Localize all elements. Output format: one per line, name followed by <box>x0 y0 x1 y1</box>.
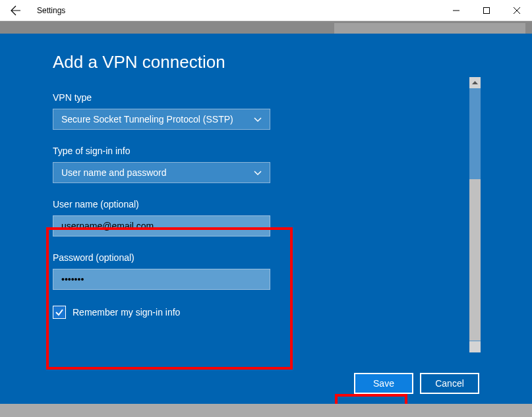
username-label: User name (optional) <box>53 199 479 209</box>
password-label: Password (optional) <box>53 252 479 263</box>
signin-type-group: Type of sign-in info User name and passw… <box>53 146 479 183</box>
svg-rect-1 <box>484 7 490 13</box>
cancel-button[interactable]: Cancel <box>420 373 479 394</box>
minimize-icon <box>453 7 459 14</box>
bottom-strip <box>0 404 532 417</box>
vpn-type-label: VPN type <box>53 92 479 103</box>
titlebar: Settings <box>0 0 532 21</box>
signin-type-dropdown[interactable]: User name and password <box>53 162 270 183</box>
vpn-modal: Add a VPN connection VPN type Secure Soc… <box>0 34 532 404</box>
chevron-down-icon <box>254 115 262 123</box>
scrollbar[interactable] <box>469 77 481 352</box>
username-group: User name (optional) username@email.com <box>53 199 479 236</box>
remember-checkbox[interactable] <box>53 306 66 319</box>
scroll-down-icon <box>471 343 479 350</box>
window-title: Settings <box>32 6 441 15</box>
vpn-type-group: VPN type Secure Socket Tunneling Protoco… <box>53 92 479 130</box>
scrollbar-thumb[interactable] <box>469 179 481 341</box>
back-button[interactable] <box>0 0 32 21</box>
maximize-icon <box>483 7 490 14</box>
remember-label: Remember my sign-in info <box>73 307 180 318</box>
signin-type-value: User name and password <box>61 167 254 178</box>
window-controls <box>441 0 532 21</box>
username-value: username@email.com <box>61 221 154 231</box>
remember-row: Remember my sign-in info <box>53 306 479 319</box>
chevron-down-icon <box>254 169 262 177</box>
save-button[interactable]: Save <box>354 373 413 394</box>
close-icon <box>514 7 520 14</box>
maximize-button[interactable] <box>471 0 502 21</box>
password-group: Password (optional) ••••••• <box>53 252 479 290</box>
minimize-button[interactable] <box>441 0 471 21</box>
username-input[interactable]: username@email.com <box>53 215 270 236</box>
checkmark-icon <box>55 308 64 317</box>
password-value: ••••••• <box>61 274 84 285</box>
back-arrow-icon <box>11 5 21 16</box>
modal-title: Add a VPN connection <box>53 52 479 72</box>
button-row: Save Cancel <box>354 373 479 394</box>
close-button[interactable] <box>502 0 532 21</box>
scroll-up-icon <box>471 79 479 86</box>
vpn-type-dropdown[interactable]: Secure Socket Tunneling Protocol (SSTP) <box>53 109 270 130</box>
vpn-type-value: Secure Socket Tunneling Protocol (SSTP) <box>61 114 254 125</box>
password-input[interactable]: ••••••• <box>53 269 270 290</box>
signin-type-label: Type of sign-in info <box>53 146 479 156</box>
